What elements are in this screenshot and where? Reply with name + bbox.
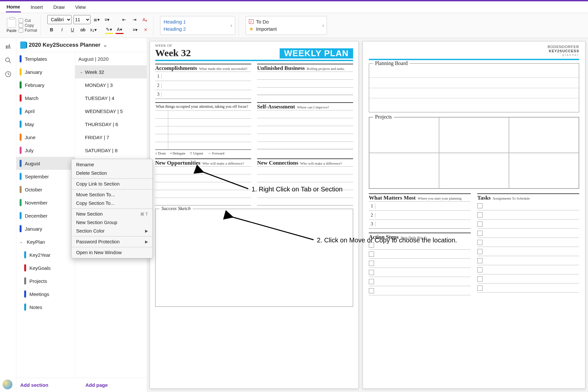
page-item[interactable]: ⌄Week 32 — [75, 65, 147, 78]
underline-button[interactable]: U — [68, 25, 77, 34]
style-heading2[interactable]: Heading 2 — [164, 26, 232, 32]
sidebar-section[interactable]: January — [16, 65, 75, 78]
tab-view[interactable]: View — [74, 2, 86, 12]
highlight-button[interactable]: ✎▾ — [105, 25, 113, 34]
avatar[interactable] — [3, 380, 12, 389]
list-item[interactable] — [477, 284, 579, 293]
list-item[interactable] — [477, 229, 579, 238]
page-item[interactable]: THURSDAY | 6 — [75, 118, 147, 131]
ctx-copy-to[interactable]: Copy Section To... — [72, 199, 153, 207]
list-item[interactable]: 2 — [369, 210, 471, 220]
list-item[interactable] — [477, 210, 579, 220]
recent-icon[interactable] — [5, 71, 12, 78]
projects-grid[interactable]: Projects — [369, 117, 579, 189]
sidebar-section[interactable]: Projects — [16, 274, 75, 287]
tab-draw[interactable]: Draw — [53, 2, 65, 12]
onenote-icon[interactable]: ıı\ — [5, 43, 12, 50]
align-button[interactable]: ≡▾ — [131, 25, 139, 34]
sidebar-section[interactable]: Meetings — [16, 287, 75, 301]
list-item[interactable]: 2 — [155, 81, 251, 90]
sidebar-section[interactable]: Notes — [16, 301, 75, 314]
list-item[interactable] — [257, 72, 353, 79]
list-item[interactable] — [369, 268, 471, 277]
list-item[interactable] — [257, 87, 353, 95]
ctx-copy-link[interactable]: Copy Link to Section — [72, 180, 153, 188]
tag-important[interactable]: ★Important — [249, 26, 323, 32]
styles-gallery[interactable]: Heading 1 Heading 2 › — [160, 16, 235, 35]
font-color-button[interactable]: A▾ — [115, 25, 124, 34]
page-item[interactable]: SATURDAY | 8 — [75, 144, 147, 157]
ctx-move-to[interactable]: Move Section To... — [72, 190, 153, 199]
clear-format-button[interactable]: Aᵩ — [141, 15, 149, 24]
planning-board-box[interactable]: Planning Board — [369, 63, 579, 112]
sidebar-section[interactable]: May — [16, 118, 75, 131]
sidebar-section[interactable]: Templates — [16, 52, 75, 65]
indent-button[interactable]: ⇥ — [130, 15, 139, 24]
list-item[interactable] — [477, 256, 579, 265]
page-item[interactable]: TUESDAY | 4 — [75, 91, 147, 105]
sidebar-section[interactable]: March — [16, 91, 75, 105]
format-painter-button[interactable]: Format — [19, 28, 37, 33]
ctx-open-window[interactable]: Open in New Window — [72, 248, 153, 257]
sidebar-section[interactable]: July — [16, 144, 75, 157]
sidebar-section[interactable]: October — [16, 183, 75, 196]
sidebar-section[interactable]: September — [16, 170, 75, 183]
list-item[interactable] — [369, 240, 471, 250]
notebook-header[interactable]: 2020 Key2Success Planner ⌄ — [16, 38, 147, 52]
bold-button[interactable]: B — [47, 25, 56, 34]
sidebar-section[interactable]: Key2Year — [16, 248, 75, 261]
page-item[interactable]: MONDAY | 3 — [75, 78, 147, 91]
list-item[interactable] — [477, 201, 579, 210]
style-heading1[interactable]: Heading 1 — [164, 19, 232, 24]
sidebar-section[interactable]: January — [16, 222, 75, 235]
tags-gallery[interactable]: ✓To Do ★Important › — [245, 16, 327, 35]
tab-home[interactable]: Home — [6, 2, 21, 12]
list-item[interactable]: 3 — [155, 90, 251, 99]
list-item[interactable] — [257, 79, 353, 87]
sidebar-section[interactable]: August — [16, 157, 75, 170]
list-item[interactable] — [369, 250, 471, 259]
keyplan-group[interactable]: ⌄ KeyPlan — [16, 235, 75, 248]
sidebar-section[interactable]: December — [16, 209, 75, 222]
delete-button[interactable]: ✕ — [141, 25, 150, 34]
page-canvas[interactable]: 1. Right Click on Tab or Section 2. Clic… — [147, 38, 588, 392]
list-item[interactable]: 1 — [369, 201, 471, 210]
list-item[interactable] — [477, 247, 579, 256]
strike-button[interactable]: ab — [79, 25, 87, 34]
font-family-select[interactable]: Calibri — [47, 15, 72, 24]
subscript-button[interactable]: x₂▾ — [89, 25, 98, 34]
page-item[interactable]: FRIDAY | 7 — [75, 131, 147, 144]
ctx-section-color[interactable]: Section Color▶ — [72, 227, 153, 235]
list-item[interactable] — [477, 265, 579, 274]
list-item[interactable] — [369, 277, 471, 286]
list-item[interactable] — [477, 274, 579, 284]
ctx-new-section[interactable]: New Section⌘ T — [72, 210, 153, 218]
font-size-select[interactable]: 11 — [74, 15, 90, 24]
copy-button[interactable]: Copy — [19, 23, 37, 28]
list-item[interactable] — [369, 259, 471, 268]
search-icon[interactable] — [5, 57, 12, 64]
sidebar-section[interactable]: February — [16, 78, 75, 91]
list-item[interactable] — [477, 220, 579, 229]
ctx-password[interactable]: Password Protection▶ — [72, 237, 153, 246]
bullets-button[interactable]: ≣▾ — [92, 15, 101, 24]
sidebar-section[interactable]: April — [16, 105, 75, 118]
sidebar-section[interactable]: November — [16, 196, 75, 209]
list-item[interactable] — [369, 286, 471, 295]
sidebar-section[interactable]: KeyGoals — [16, 261, 75, 274]
list-item[interactable]: 1 — [155, 72, 251, 81]
list-item[interactable] — [477, 238, 579, 247]
numbering-button[interactable]: ≡▾ — [103, 15, 111, 24]
tab-insert[interactable]: Insert — [30, 2, 44, 12]
list-item[interactable]: 3 — [369, 220, 471, 229]
add-page-button[interactable]: Add page — [82, 382, 147, 388]
italic-button[interactable]: I — [58, 25, 66, 34]
success-sketch-box[interactable]: Success Sketch — [155, 209, 353, 307]
cut-button[interactable]: Cut — [19, 18, 37, 23]
tag-todo[interactable]: ✓To Do — [249, 19, 323, 24]
ctx-rename[interactable]: Rename — [72, 160, 153, 169]
ctx-new-group[interactable]: New Section Group — [72, 218, 153, 227]
add-section-button[interactable]: Add section — [16, 382, 82, 388]
paste-button[interactable]: Paste — [7, 18, 17, 33]
ctx-delete[interactable]: Delete Section — [72, 169, 153, 177]
